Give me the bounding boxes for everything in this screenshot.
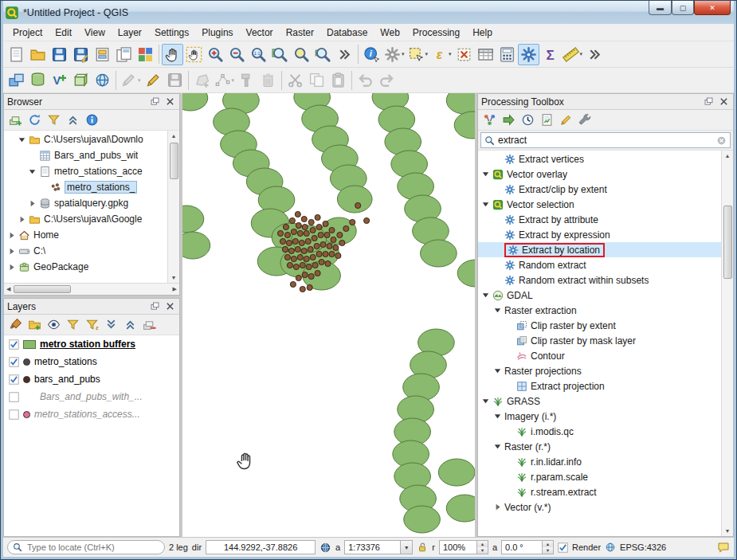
select-features-button[interactable]: ▾ [406,44,430,65]
zoom-out-button[interactable] [226,44,248,65]
layer-item[interactable]: Bars_and_pubs_with_... [4,388,179,405]
processing-tree-item[interactable]: GRASS [478,394,721,409]
browser-tree-item[interactable]: C:\ [4,243,167,259]
attribute-table-button[interactable] [475,44,496,65]
expand-arrow-icon[interactable] [7,248,15,255]
remove-layer-button[interactable] [140,316,158,334]
layers-float-button[interactable] [148,300,161,313]
new-project-button[interactable] [6,44,27,65]
titlebar[interactable]: *Untitled Project - QGIS ▬ ▢ ✕ [3,1,734,24]
new-layout-button[interactable] [92,44,113,65]
menu-web[interactable]: Web [374,25,406,41]
edit-in-place-button[interactable] [557,112,574,129]
layer-visibility-checkbox[interactable] [9,339,19,350]
current-edits-button[interactable]: ▾ [119,69,143,91]
collapse-arrow-icon[interactable] [481,201,489,208]
paste-features-button[interactable] [327,69,349,91]
browser-tree-item[interactable]: metro_stations_ [4,179,167,195]
processing-tree-item[interactable]: Random extract within subsets [478,272,721,288]
menu-plugins[interactable]: Plugins [195,25,239,41]
scroll-thumb[interactable] [170,143,178,179]
layer-visibility-checkbox[interactable] [9,409,19,420]
collapse-arrow-icon[interactable] [493,413,501,420]
processing-search-input[interactable] [498,135,713,146]
save-edits-button[interactable] [164,69,186,91]
coordinate-display[interactable]: 144.9292,-37.8826 [206,540,316,554]
maximize-button[interactable]: ▢ [672,1,694,15]
expand-arrow-icon[interactable] [28,200,36,207]
processing-tree-item[interactable]: Vector selection [478,197,721,212]
copy-features-button[interactable] [306,69,327,91]
collapse-arrow-icon[interactable] [481,292,489,299]
messages-bubble-icon[interactable] [717,541,730,554]
processing-tree-item[interactable]: Random extract [478,257,721,272]
collapse-arrow-icon[interactable] [481,397,489,405]
processing-tree-item[interactable]: Extract by location [478,242,721,257]
menu-layer[interactable]: Layer [112,25,148,41]
spin-down-icon[interactable]: ▼ [477,547,488,554]
menu-project[interactable]: Project [6,25,49,41]
layer-item[interactable]: metro station buffers [4,335,179,353]
processing-tree-item[interactable]: Clip raster by mask layer [478,333,721,348]
processing-tree-item[interactable]: i.modis.qc [478,424,721,439]
processing-tree-item[interactable]: Contour [478,348,721,363]
spin-up-icon[interactable]: ▲ [477,541,488,547]
add-feature-button[interactable] [191,69,213,91]
field-calculator-button[interactable] [496,44,518,65]
scroll-thumb[interactable] [723,206,732,279]
processing-tree-item[interactable]: Raster (r.*) [478,439,721,454]
data-source-manager-button[interactable] [6,69,27,91]
metasearch-button[interactable] [92,69,113,91]
layout-manager-button[interactable] [113,44,135,65]
expand-arrow-icon[interactable] [493,503,501,511]
collapse-arrow-icon[interactable] [18,136,25,143]
properties-info-button[interactable] [83,112,100,129]
deselect-all-button[interactable] [453,44,475,65]
zoom-native-button[interactable]: 1:1 [248,44,269,65]
undo-button[interactable] [355,69,376,91]
collapse-arrow-icon[interactable] [28,168,36,175]
browser-tree-item[interactable]: C:\Users\ujaval\Downlo [4,131,167,147]
zoom-to-layer-button[interactable] [312,44,334,65]
map-canvas[interactable] [182,93,475,537]
processing-tree-item[interactable]: r.in.lidar.info [478,454,721,469]
processing-search-box[interactable] [480,132,731,148]
processing-tree-item[interactable]: Extract/clip by extent [478,182,721,197]
scripts-button[interactable] [500,112,517,129]
save-project-button[interactable] [49,44,70,65]
processing-tree-item[interactable]: GDAL [478,288,721,303]
menu-help[interactable]: Help [466,25,499,41]
redo-button[interactable] [376,69,398,91]
zoom-full-button[interactable] [269,44,291,65]
processing-tree-item[interactable]: Raster extraction [478,303,721,318]
manage-map-themes-button[interactable] [45,316,62,334]
minimize-button[interactable]: ▬ [649,1,672,15]
layers-close-button[interactable] [163,300,176,313]
browser-tree-item[interactable]: metro_stations_acce [4,163,167,179]
lock-icon[interactable] [417,542,428,553]
identify-features-button[interactable]: i [361,44,382,65]
toggle-editing-button[interactable] [143,69,164,91]
crs-value[interactable]: EPSG:4326 [620,542,666,552]
browser-close-button[interactable] [163,96,176,108]
processing-close-button[interactable] [717,96,730,108]
render-checkbox[interactable] [558,542,568,553]
pan-map-button[interactable] [162,44,183,65]
statistical-summary-button[interactable]: Σ [539,44,561,65]
processing-tree-item[interactable]: Extract projection [478,378,721,394]
collapse-all-button[interactable] [121,316,139,334]
layer-visibility-checkbox[interactable] [9,357,19,367]
spin-down-icon[interactable]: ▼ [543,547,553,554]
layer-item[interactable]: metro_stations [4,353,179,370]
menu-edit[interactable]: Edit [49,25,78,41]
add-group-button[interactable] [25,316,43,334]
options-button[interactable] [576,112,594,129]
browser-tree-item[interactable]: GeoPackage [4,259,167,275]
overflow-button[interactable] [584,44,606,65]
processing-tree-item[interactable]: Imagery (i.*) [478,409,721,424]
scroll-down-arrow-icon[interactable]: ▼ [171,272,177,283]
extents-toggle-icon[interactable] [319,542,331,554]
modify-attributes-button[interactable] [236,69,257,91]
browser-tree-item[interactable]: spatialquery.gpkg [4,195,167,211]
select-by-expression-button[interactable]: ε▾ [429,44,453,65]
